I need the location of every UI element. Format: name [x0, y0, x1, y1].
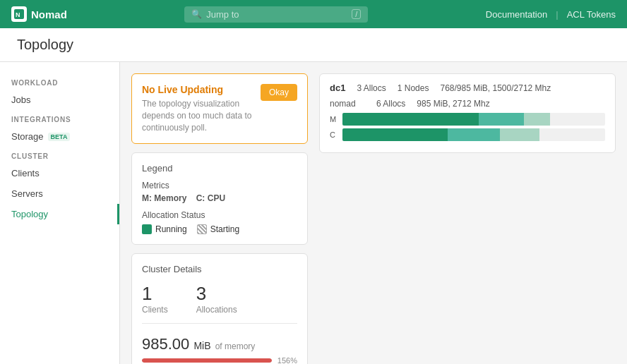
memory-pct: 156% — [277, 356, 297, 364]
c-bar-fill-2 — [448, 128, 500, 141]
cluster-details-title: Cluster Details — [142, 264, 297, 274]
running-label: Running — [155, 224, 187, 234]
memory-value: 985.00 — [142, 335, 189, 353]
m-bar-fill-1 — [342, 113, 479, 126]
page-header: Topology — [0, 28, 627, 62]
dc-name: dc1 — [330, 83, 345, 93]
page-title: Topology — [17, 37, 610, 53]
alert-okay-button[interactable]: Okay — [261, 84, 297, 101]
metrics-c-label: CPU — [208, 193, 225, 203]
memory-value-row: 985.00 MiB of memory — [142, 335, 297, 353]
brand: N Nomad — [11, 6, 67, 22]
memory-metric: 985.00 MiB of memory 156% 1 GiB / 985 Mi… — [142, 335, 297, 364]
layout: WORKLOAD Jobs INTEGRATIONS Storage BETA … — [0, 62, 627, 364]
m-bar-row: M — [330, 113, 605, 126]
memory-unit: MiB — [193, 340, 210, 351]
topology-label: Topology — [11, 209, 48, 219]
metrics-m-label: Memory — [154, 193, 186, 203]
starting-icon — [197, 224, 207, 234]
jobs-label: Jobs — [11, 95, 30, 105]
c-bar-fill-3 — [500, 128, 539, 141]
search-icon: 🔍 — [191, 9, 202, 19]
right-panel: dc1 3 Allocs 1 Nodes 768/985 MiB, 1500/2… — [319, 73, 616, 356]
dc-nodes: 1 Nodes — [398, 83, 429, 93]
alert-content: No Live Updating The topology visualizat… — [142, 84, 253, 133]
legend-title: Legend — [142, 163, 297, 174]
bars-section: M C — [330, 113, 605, 141]
metrics-m-key: M: — [142, 193, 152, 203]
allocation-status-title: Allocation Status — [142, 210, 297, 220]
memory-progress-wrap — [142, 358, 272, 363]
sidebar-item-servers[interactable]: Servers — [0, 183, 119, 204]
integrations-section-label: INTEGRATIONS — [0, 110, 119, 126]
dc-card: dc1 3 Allocs 1 Nodes 768/985 MiB, 1500/2… — [319, 73, 616, 153]
sidebar-item-storage[interactable]: Storage BETA — [0, 126, 119, 147]
storage-label: Storage — [11, 131, 44, 142]
clients-label: Clients — [11, 168, 40, 178]
alert-box: No Live Updating The topology visualizat… — [131, 73, 308, 144]
sidebar-item-clients[interactable]: Clients — [0, 163, 119, 183]
clients-count: 1 — [142, 283, 168, 305]
metrics-c-key: C: — [196, 193, 205, 203]
running-icon — [142, 224, 152, 234]
starting-label: Starting — [210, 224, 239, 234]
cluster-details-card: Cluster Details 1 Clients 3 Allocations … — [131, 253, 308, 364]
nomad-label: nomad — [330, 99, 365, 109]
c-label: C — [330, 131, 338, 139]
nav-divider: | — [556, 9, 558, 20]
memory-progress-row: 156% — [142, 356, 297, 364]
left-panel: No Live Updating The topology visualizat… — [131, 73, 308, 356]
servers-label: Servers — [11, 188, 43, 199]
c-bar-fill-1 — [342, 128, 448, 141]
workload-section-label: WORKLOAD — [0, 73, 119, 90]
dc-header: dc1 3 Allocs 1 Nodes 768/985 MiB, 1500/2… — [330, 83, 605, 93]
allocations-count-label: Allocations — [196, 305, 237, 315]
alert-description: The topology visualization depends on to… — [142, 98, 253, 133]
search-bar[interactable]: 🔍 / — [184, 6, 368, 23]
legend-metrics-title: Metrics — [142, 181, 297, 190]
nomad-allocs: 6 Allocs — [376, 99, 405, 109]
main-content: No Live Updating The topology visualizat… — [120, 62, 627, 364]
legend-metrics: Metrics M: Memory C: CPU — [142, 181, 297, 203]
c-bar-container — [342, 128, 605, 141]
legend-status-row: Running Starting — [142, 224, 297, 234]
starting-status: Starting — [197, 224, 239, 234]
nomad-row: nomad 6 Allocs 985 MiB, 2712 Mhz — [330, 99, 605, 109]
clients-count-item: 1 Clients — [142, 283, 168, 315]
acl-tokens-link[interactable]: ACL Tokens — [567, 9, 616, 20]
search-input[interactable] — [206, 9, 347, 20]
sidebar: WORKLOAD Jobs INTEGRATIONS Storage BETA … — [0, 62, 120, 364]
sidebar-item-topology[interactable]: Topology — [0, 204, 119, 224]
counts-row: 1 Clients 3 Allocations — [142, 283, 297, 324]
nomad-resources: 985 MiB, 2712 Mhz — [417, 99, 489, 109]
c-bar-row: C — [330, 128, 605, 141]
memory-progress-fill — [142, 358, 272, 363]
m-label: M — [330, 115, 338, 123]
sidebar-item-jobs[interactable]: Jobs — [0, 90, 119, 110]
legend-metrics-row: M: Memory C: CPU — [142, 193, 297, 203]
beta-badge: BETA — [48, 133, 71, 141]
search-shortcut: / — [352, 9, 361, 19]
m-bar-fill-2 — [479, 113, 523, 126]
legend-card: Legend Metrics M: Memory C: CPU Allocati… — [131, 152, 308, 245]
running-status: Running — [142, 224, 187, 234]
top-nav: N Nomad 🔍 / Documentation | ACL Tokens — [0, 0, 627, 28]
dc-resources: 768/985 MiB, 1500/2712 Mhz — [440, 83, 551, 93]
alert-title: No Live Updating — [142, 84, 253, 95]
brand-icon: N — [11, 6, 27, 22]
svg-text:N: N — [16, 11, 20, 18]
clients-count-label: Clients — [142, 305, 168, 315]
allocations-count-item: 3 Allocations — [196, 283, 237, 315]
m-bar-fill-3 — [524, 113, 550, 126]
allocations-count: 3 — [196, 283, 237, 305]
documentation-link[interactable]: Documentation — [486, 9, 547, 20]
cluster-section-label: CLUSTER — [0, 147, 119, 163]
memory-of: of memory — [215, 341, 256, 351]
nav-links: Documentation | ACL Tokens — [486, 9, 616, 20]
m-bar-container — [342, 113, 605, 126]
dc-allocs: 3 Allocs — [357, 83, 386, 93]
brand-name: Nomad — [31, 8, 67, 20]
